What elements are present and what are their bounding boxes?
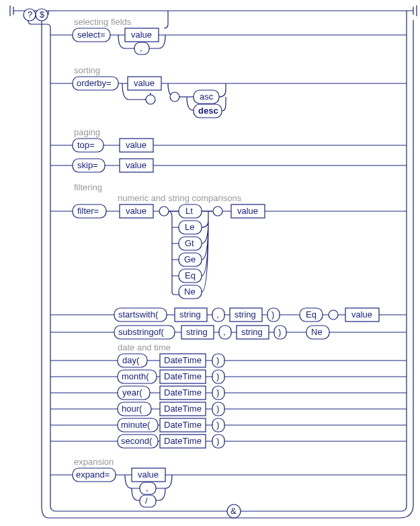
tok-orderby: orderby=	[77, 78, 112, 88]
svg-text:DateTime: DateTime	[164, 420, 202, 430]
tok-eq2: Eq	[306, 309, 317, 320]
svg-text:DateTime: DateTime	[164, 371, 202, 381]
heading-select: selecting fields	[74, 17, 132, 27]
tok-select-value: value	[131, 30, 152, 40]
svg-text:/: /	[145, 496, 148, 506]
svg-point-37	[213, 206, 222, 216]
svg-text:,: ,	[146, 483, 149, 493]
svg-text:string: string	[235, 309, 256, 320]
tok-substringof: substringof(	[118, 327, 165, 337]
svg-text:Lt: Lt	[185, 206, 193, 216]
svg-text:): )	[216, 404, 219, 414]
tok-select-comma: ,	[140, 43, 142, 53]
svg-text:Le: Le	[185, 222, 194, 232]
svg-text:Ne: Ne	[184, 287, 196, 297]
tok-desc: desc	[198, 106, 218, 116]
tok-filter: filter=	[77, 206, 99, 216]
svg-point-14	[146, 95, 155, 104]
tok-select: select=	[77, 30, 106, 40]
svg-text:string: string	[179, 309, 201, 320]
svg-point-24	[159, 206, 169, 216]
heading-numeric: numeric and string comparisons	[118, 193, 242, 203]
svg-text:DateTime: DateTime	[164, 404, 202, 414]
svg-text:minute(: minute(	[121, 420, 151, 430]
tok-asc: asc	[200, 91, 214, 102]
svg-text:,: ,	[216, 309, 219, 320]
tok-amp: &	[230, 506, 237, 516]
svg-text:Ge: Ge	[184, 254, 196, 264]
svg-text:string: string	[186, 327, 208, 337]
svg-text:): )	[271, 309, 274, 320]
datetime-fns: day( DateTime ) month( DateTime ) year( …	[50, 354, 407, 448]
svg-text:): )	[216, 420, 219, 430]
svg-text:DateTime: DateTime	[164, 355, 202, 365]
heading-filter: filtering	[74, 182, 102, 192]
tok-skip: skip=	[77, 160, 98, 170]
svg-text:value: value	[351, 309, 372, 320]
syntax-diagram: ? $ & selecting fields select= value , s…	[0, 0, 420, 526]
heading-sort: sorting	[74, 65, 100, 75]
svg-text:): )	[216, 355, 219, 365]
tok-top: top=	[77, 140, 95, 150]
tok-startswith: startswith(	[118, 309, 159, 320]
tok-filter-value1: value	[126, 206, 146, 216]
svg-text:DateTime: DateTime	[164, 387, 202, 398]
tok-ne2: Ne	[311, 327, 323, 337]
tok-sort-value: value	[134, 78, 155, 88]
svg-text:day(: day(	[122, 355, 140, 365]
heading-paging: paging	[74, 127, 100, 137]
svg-text:year(: year(	[122, 387, 142, 398]
svg-text:DateTime: DateTime	[164, 436, 202, 446]
svg-text:): )	[216, 436, 219, 446]
svg-point-50	[329, 310, 338, 320]
tok-filter-value2: value	[237, 206, 258, 216]
comparator-stack: Lt Le Gt Ge Eq Ne	[179, 204, 202, 299]
svg-rect-111	[140, 495, 156, 507]
svg-text:hour(: hour(	[122, 404, 142, 414]
tok-skip-value: value	[126, 160, 146, 170]
tok-question: ?	[28, 9, 32, 20]
heading-datetime: date and time	[118, 342, 171, 352]
heading-expand: expansion	[74, 457, 114, 467]
svg-point-11	[170, 92, 179, 102]
svg-text:,: ,	[223, 327, 226, 337]
svg-text:second(: second(	[121, 436, 153, 446]
tok-expand: expand=	[76, 469, 110, 480]
tok-top-value: value	[126, 140, 146, 150]
svg-text:month(: month(	[122, 371, 149, 381]
svg-text:): )	[278, 327, 281, 337]
svg-text:Eq: Eq	[185, 270, 196, 280]
svg-text:string: string	[241, 327, 263, 337]
tok-expand-value: value	[138, 469, 159, 480]
tok-dollar: $	[40, 9, 45, 20]
svg-text:): )	[216, 387, 219, 398]
svg-text:): )	[216, 371, 219, 381]
svg-text:Gt: Gt	[185, 238, 194, 248]
